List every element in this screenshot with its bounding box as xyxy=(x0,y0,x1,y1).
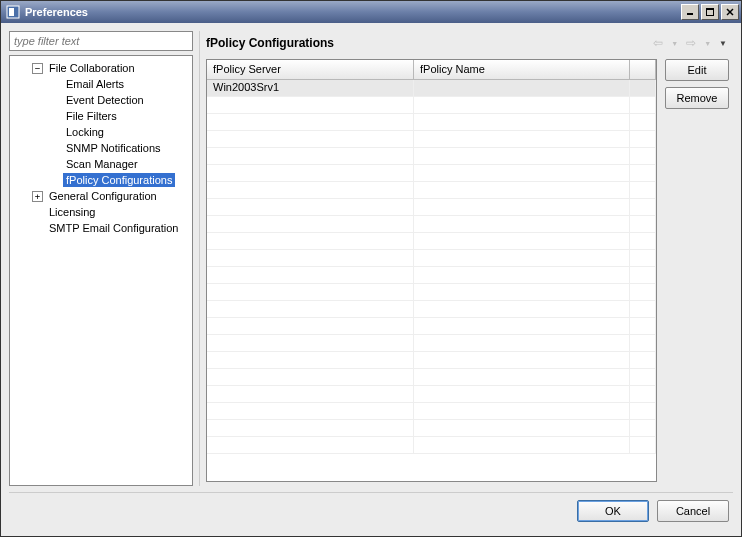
back-dropdown-icon[interactable]: ▼ xyxy=(669,40,680,47)
tree-item-fpolicy-configurations[interactable]: fPolicy Configurations xyxy=(12,172,190,188)
app-icon xyxy=(5,4,21,20)
forward-icon[interactable]: ⇨ xyxy=(684,36,698,50)
collapse-icon[interactable]: − xyxy=(32,63,43,74)
cancel-button[interactable]: Cancel xyxy=(657,500,729,522)
table-body: Win2003Srv1 xyxy=(207,80,656,481)
cell-name xyxy=(414,80,630,96)
table-row[interactable] xyxy=(207,250,656,267)
svg-rect-1 xyxy=(9,8,14,16)
table-row[interactable] xyxy=(207,148,656,165)
tree-item-file-filters[interactable]: File Filters xyxy=(12,108,190,124)
close-button[interactable] xyxy=(721,4,739,20)
menu-dropdown-icon[interactable]: ▼ xyxy=(717,39,729,48)
filter-input[interactable] xyxy=(9,31,193,51)
tree-item-scan-manager[interactable]: Scan Manager xyxy=(12,156,190,172)
window-title: Preferences xyxy=(25,6,681,18)
table-row[interactable] xyxy=(207,301,656,318)
ok-button[interactable]: OK xyxy=(577,500,649,522)
tree-item-email-alerts[interactable]: Email Alerts xyxy=(12,76,190,92)
table-row[interactable] xyxy=(207,199,656,216)
back-icon[interactable]: ⇦ xyxy=(651,36,665,50)
minimize-button[interactable] xyxy=(681,4,699,20)
tree-item-licensing[interactable]: Licensing xyxy=(12,204,190,220)
tree-item-file-collaboration[interactable]: − File Collaboration xyxy=(12,60,190,76)
table-row[interactable] xyxy=(207,97,656,114)
table-header: fPolicy Server fPolicy Name xyxy=(207,60,656,80)
table-row[interactable] xyxy=(207,335,656,352)
forward-dropdown-icon[interactable]: ▼ xyxy=(702,40,713,47)
titlebar: Preferences xyxy=(1,1,741,23)
preferences-tree[interactable]: − File Collaboration Email Alerts Event … xyxy=(9,55,193,486)
column-header-server[interactable]: fPolicy Server xyxy=(207,60,414,79)
table-row[interactable] xyxy=(207,267,656,284)
column-header-name[interactable]: fPolicy Name xyxy=(414,60,630,79)
tree-item-event-detection[interactable]: Event Detection xyxy=(12,92,190,108)
cell-server: Win2003Srv1 xyxy=(207,80,414,96)
preferences-window: Preferences − File Collaboration Emai xyxy=(0,0,742,537)
table-row[interactable] xyxy=(207,114,656,131)
tree-item-snmp-notifications[interactable]: SNMP Notifications xyxy=(12,140,190,156)
table-row[interactable] xyxy=(207,369,656,386)
table-row[interactable] xyxy=(207,437,656,454)
table-row[interactable] xyxy=(207,131,656,148)
table-row[interactable] xyxy=(207,165,656,182)
expand-icon[interactable]: + xyxy=(32,191,43,202)
table-row[interactable] xyxy=(207,182,656,199)
table-row[interactable] xyxy=(207,352,656,369)
column-header-extra[interactable] xyxy=(630,60,656,79)
table-row[interactable] xyxy=(207,386,656,403)
tree-item-locking[interactable]: Locking xyxy=(12,124,190,140)
edit-button[interactable]: Edit xyxy=(665,59,729,81)
table-row[interactable] xyxy=(207,284,656,301)
remove-button[interactable]: Remove xyxy=(665,87,729,109)
table-row[interactable] xyxy=(207,216,656,233)
table-row[interactable] xyxy=(207,233,656,250)
fpolicy-table[interactable]: fPolicy Server fPolicy Name Win2003Srv1 xyxy=(206,59,657,482)
table-row[interactable]: Win2003Srv1 xyxy=(207,80,656,97)
page-title: fPolicy Configurations xyxy=(206,36,651,50)
table-row[interactable] xyxy=(207,318,656,335)
maximize-button[interactable] xyxy=(701,4,719,20)
table-row[interactable] xyxy=(207,420,656,437)
tree-item-general-configuration[interactable]: + General Configuration xyxy=(12,188,190,204)
table-row[interactable] xyxy=(207,403,656,420)
tree-item-smtp-email-configuration[interactable]: SMTP Email Configuration xyxy=(12,220,190,236)
